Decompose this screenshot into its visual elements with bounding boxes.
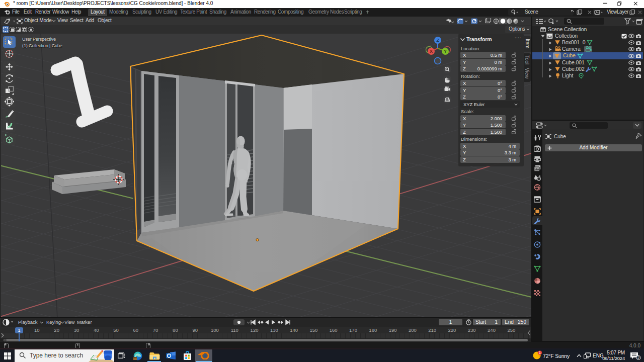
svg-text:Y: Y [444, 49, 447, 54]
svg-text:2: 2 [637, 355, 640, 360]
svg-text:1: 1 [539, 350, 541, 355]
svg-text:Z: Z [436, 38, 439, 43]
svg-text:X: X [430, 49, 433, 54]
